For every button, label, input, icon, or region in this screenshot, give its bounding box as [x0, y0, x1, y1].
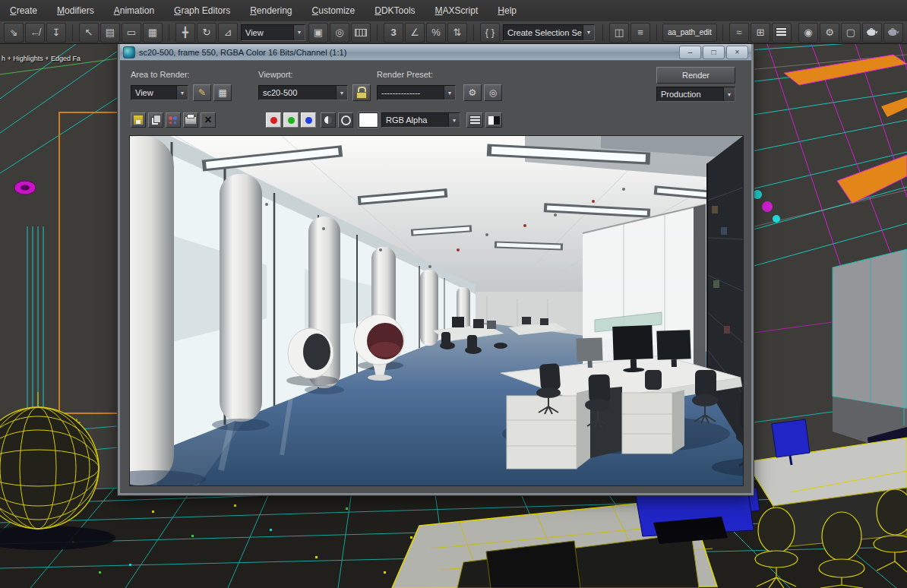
monochrome-button[interactable]	[321, 112, 336, 128]
delete-x-icon: ×	[204, 114, 211, 126]
office-render	[130, 136, 743, 485]
rectangular-selection-icon[interactable]: ▭	[122, 23, 141, 43]
curve-editor-icon[interactable]: ≈	[729, 23, 749, 43]
save-image-button[interactable]	[131, 112, 146, 128]
rfw-titlebar[interactable]: sc20-500, frame 550, RGBA Color 16 Bits/…	[120, 44, 751, 61]
keyboard-glyph	[355, 29, 367, 36]
teapot-icon	[865, 27, 879, 37]
menu-help[interactable]: Help	[488, 0, 526, 21]
viewport-dropdown[interactable]: sc20-500 ▼	[258, 85, 348, 100]
lock-icon	[356, 87, 367, 99]
coordinate-system-value: View	[245, 28, 264, 37]
snaps-toggle-icon[interactable]: 3	[384, 23, 403, 43]
layers-icon	[469, 115, 481, 125]
alpha-channel-button[interactable]	[338, 112, 353, 128]
script-button-aa-path-edit[interactable]: aa_path_edit	[662, 24, 717, 42]
area-to-render-label: Area to Render:	[131, 70, 190, 79]
clone-window-button[interactable]	[148, 112, 163, 128]
dropdown-arrow-icon[interactable]: ▼	[176, 86, 188, 100]
menu-maxscript[interactable]: MAXScript	[425, 0, 488, 21]
menu-bar: Create Modifiers Animation Graph Editors…	[0, 0, 907, 22]
blue-channel-button[interactable]	[301, 112, 316, 128]
viewport-shading-label: h + Highlights + Edged Fa	[2, 55, 81, 62]
dropdown-arrow-icon[interactable]: ▼	[444, 86, 455, 100]
red-dot-icon	[270, 117, 277, 124]
alpha-icon	[341, 115, 351, 125]
dropdown-arrow-icon[interactable]: ▼	[336, 86, 347, 100]
use-pivot-point-icon[interactable]: ▣	[308, 23, 328, 43]
material-editor-icon[interactable]: ◉	[798, 23, 818, 43]
select-and-move-icon[interactable]: ╋	[175, 23, 195, 43]
menu-modifiers[interactable]: Modifiers	[47, 0, 104, 21]
menu-ddktools[interactable]: DDKTools	[365, 0, 425, 21]
select-and-link-icon[interactable]: ⇘	[4, 23, 24, 43]
render-button[interactable]: Render	[656, 67, 735, 84]
select-by-name-icon[interactable]: ▤	[100, 23, 120, 43]
align-icon[interactable]: ≡	[630, 23, 650, 43]
select-and-scale-icon[interactable]: ⊿	[218, 23, 238, 43]
select-object-icon[interactable]: ↖	[79, 23, 99, 43]
window-crossing-icon[interactable]: ▦	[143, 23, 163, 43]
environment-effects-icon[interactable]: ◎	[484, 84, 502, 101]
dropdown-arrow-icon[interactable]: ▼	[448, 113, 460, 127]
layer-manager-icon[interactable]	[772, 23, 792, 43]
menu-customize[interactable]: Customize	[302, 0, 365, 21]
render-setup-icon[interactable]: ⚙	[463, 84, 482, 101]
render-preset-dropdown[interactable]: -------------- ▼	[377, 85, 456, 100]
render-preset-value: --------------	[381, 88, 420, 97]
render-iterative-icon[interactable]	[883, 23, 903, 43]
print-image-button[interactable]	[183, 112, 198, 128]
keyboard-shortcut-override-icon[interactable]	[351, 23, 371, 43]
teapot-icon	[886, 27, 900, 37]
spinner-snap-icon[interactable]: ⇅	[447, 23, 467, 43]
rfw-window-icon	[123, 46, 135, 58]
render-mode-dropdown[interactable]: Production ▼	[656, 87, 735, 102]
split-compare-button[interactable]	[485, 112, 502, 128]
application-window: h + Highlights + Edged Fa Create Modifie…	[0, 0, 907, 588]
bind-to-space-warp-icon[interactable]: ↧	[46, 23, 66, 43]
rendered-image[interactable]	[129, 135, 744, 486]
rendered-frame-window-icon[interactable]: ▢	[841, 23, 861, 43]
named-selection-set-dropdown[interactable]: Create Selection Se ▼	[503, 24, 595, 41]
menu-rendering[interactable]: Rendering	[240, 0, 302, 21]
reference-coordinate-system-dropdown[interactable]: View ▼	[241, 24, 305, 41]
select-and-manipulate-icon[interactable]: ◎	[330, 23, 349, 43]
minimize-button[interactable]: –	[679, 46, 701, 59]
menu-graph-editors[interactable]: Graph Editors	[164, 0, 240, 21]
channels-value: RGB Alpha	[386, 115, 427, 125]
auto-region-icon[interactable]: ▦	[213, 84, 232, 101]
mirror-icon[interactable]: ◫	[609, 23, 629, 43]
schematic-view-icon[interactable]: ⊞	[751, 23, 770, 43]
layers-glyph	[776, 27, 787, 37]
dropdown-arrow-icon[interactable]: ▼	[293, 25, 305, 40]
layer-toggle-button[interactable]	[466, 112, 483, 128]
maximize-button[interactable]: □	[703, 46, 725, 59]
menu-animation[interactable]: Animation	[104, 0, 164, 21]
green-channel-button[interactable]	[283, 112, 299, 128]
percent-snap-icon[interactable]: %	[426, 23, 446, 43]
main-toolbar: ⇘ ↚ ↧ ↖ ▤ ▭ ▦ ╋ ↻ ⊿ View ▼ ▣ ◎ 3 ∠ % ⇅ {…	[0, 21, 907, 44]
edit-named-selection-sets-icon[interactable]: { }	[480, 23, 500, 43]
edit-region-icon[interactable]: ✎	[193, 84, 211, 101]
render-production-icon[interactable]	[862, 23, 882, 43]
select-and-rotate-icon[interactable]: ↻	[197, 23, 216, 43]
window-buttons: – □ ×	[679, 46, 748, 59]
channel-info-button[interactable]	[166, 112, 181, 128]
lock-viewport-button[interactable]	[352, 84, 371, 101]
angle-snap-icon[interactable]: ∠	[405, 23, 425, 43]
background-color-swatch[interactable]	[359, 112, 378, 128]
area-to-render-dropdown[interactable]: View ▼	[131, 85, 188, 100]
unlink-selection-icon[interactable]: ↚	[25, 23, 45, 43]
dropdown-arrow-icon[interactable]: ▼	[723, 87, 735, 101]
render-setup-icon[interactable]: ⚙	[820, 23, 839, 43]
channel-display-dropdown[interactable]: RGB Alpha ▼	[381, 112, 460, 128]
selection-set-value: Create Selection Se	[507, 28, 582, 37]
menu-create[interactable]: Create	[0, 0, 47, 21]
floppy-icon	[134, 115, 143, 125]
area-to-render-value: View	[135, 88, 153, 97]
dropdown-arrow-icon[interactable]: ▼	[583, 25, 594, 40]
copy-icon	[150, 115, 161, 125]
red-channel-button[interactable]	[266, 112, 281, 128]
close-button[interactable]: ×	[726, 46, 748, 59]
clear-image-button[interactable]: ×	[201, 112, 216, 128]
